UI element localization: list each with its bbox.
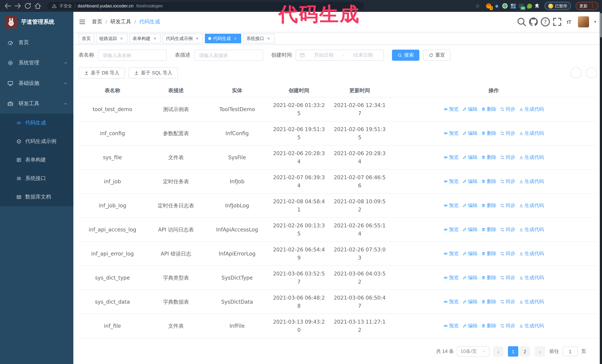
create-time-range-picker[interactable]: 开始日期 - 结束日期 [296, 50, 384, 61]
sync-link[interactable]: 同步 [500, 201, 515, 209]
scrollbar-thumb[interactable] [600, 13, 602, 37]
page-button-2[interactable]: 2 [520, 346, 530, 357]
preview-link[interactable]: 预览 [443, 105, 459, 113]
sync-link[interactable]: 同步 [500, 273, 515, 282]
breadcrumb-home[interactable]: 首页 [92, 19, 102, 25]
extension-lizard-icon[interactable] [526, 3, 533, 9]
hamburger-icon[interactable] [78, 18, 86, 26]
preview-link[interactable]: 预览 [443, 201, 459, 209]
edit-link[interactable]: 编辑 [462, 298, 478, 306]
sidebar-item-系统接口[interactable]: 系统接口 [0, 169, 73, 188]
sync-link[interactable]: 同步 [500, 153, 515, 161]
app-logo[interactable]: 芋道管理系统 [0, 12, 73, 32]
extension-grid-icon[interactable] [510, 3, 516, 9]
update-badge[interactable]: 更新 ⋮ [576, 2, 598, 10]
edit-link[interactable]: 编辑 [462, 201, 478, 209]
preview-link[interactable]: 预览 [443, 250, 459, 258]
preview-link[interactable]: 预览 [443, 298, 459, 306]
edit-link[interactable]: 编辑 [462, 273, 478, 282]
delete-link[interactable]: 删除 [481, 322, 496, 330]
table-name-input[interactable] [98, 50, 167, 61]
goto-page-input[interactable] [563, 347, 578, 356]
edit-link[interactable]: 编辑 [462, 250, 478, 258]
generate-code-link[interactable]: 生成代码 [519, 225, 544, 233]
delete-link[interactable]: 删除 [481, 273, 496, 282]
prev-page-button[interactable]: ‹ [493, 346, 504, 357]
import-sql-button[interactable]: 基于 SQL 导入 [129, 67, 178, 79]
tab-close-icon[interactable]: × [266, 36, 271, 41]
delete-link[interactable]: 删除 [481, 153, 496, 161]
user-avatar[interactable] [578, 16, 589, 27]
edit-link[interactable]: 编辑 [462, 129, 478, 137]
edit-link[interactable]: 编辑 [462, 225, 478, 233]
help-icon[interactable]: ? [540, 17, 550, 27]
generate-code-link[interactable]: 生成代码 [519, 153, 544, 161]
preview-link[interactable]: 预览 [443, 129, 459, 137]
search-button[interactable]: 搜索 [392, 50, 419, 61]
reload-icon[interactable] [24, 2, 32, 10]
preview-link[interactable]: 预览 [443, 322, 459, 330]
bookmark-star-icon[interactable]: ☆ [474, 3, 481, 9]
delete-link[interactable]: 删除 [481, 201, 496, 209]
tab-close-icon[interactable]: × [233, 36, 238, 41]
breadcrumb-dev-tools[interactable]: 研发工具 [110, 19, 131, 25]
next-page-button[interactable]: › [535, 346, 545, 357]
sync-link[interactable]: 同步 [500, 250, 515, 258]
sync-link[interactable]: 同步 [500, 105, 515, 113]
sync-link[interactable]: 同步 [500, 225, 515, 233]
generate-code-link[interactable]: 生成代码 [519, 177, 544, 185]
generate-code-link[interactable]: 生成代码 [519, 273, 544, 282]
generate-code-link[interactable]: 生成代码 [519, 250, 544, 258]
generate-code-link[interactable]: 生成代码 [519, 129, 544, 137]
sync-link[interactable]: 同步 [500, 177, 515, 185]
extensions-puzzle-icon[interactable] [534, 3, 540, 9]
tab-3[interactable]: 表单构建× [129, 34, 161, 43]
generate-code-link[interactable]: 生成代码 [519, 298, 544, 306]
extension-gem-icon[interactable]: ◆ [494, 3, 500, 9]
sidebar-item-代码生成示例[interactable]: 代码生成示例 [0, 132, 73, 151]
fullscreen-icon[interactable] [552, 17, 562, 27]
tab-close-icon[interactable]: × [119, 36, 124, 41]
back-icon[interactable] [4, 2, 12, 10]
extension-dark-icon[interactable]: on [518, 3, 525, 9]
generate-code-link[interactable]: 生成代码 [519, 105, 544, 113]
header-search-icon[interactable] [516, 17, 527, 27]
tab-2[interactable]: 链路追踪× [96, 34, 128, 43]
generate-code-link[interactable]: 生成代码 [519, 201, 544, 209]
sidebar-item-首页[interactable]: 首页 [0, 32, 73, 52]
caret-down-icon[interactable]: ▼ [593, 20, 597, 24]
delete-link[interactable]: 删除 [481, 177, 496, 185]
edit-link[interactable]: 编辑 [462, 177, 478, 185]
home-icon[interactable] [34, 2, 42, 10]
sidebar-item-表单构建[interactable]: 表单构建 [0, 151, 73, 169]
delete-link[interactable]: 删除 [481, 250, 496, 258]
sync-link[interactable]: 同步 [500, 322, 515, 330]
delete-link[interactable]: 删除 [481, 225, 496, 233]
tab-close-icon[interactable]: × [194, 36, 200, 41]
delete-link[interactable]: 删除 [481, 298, 496, 306]
import-db-button[interactable]: 基于 DB 导入 [78, 67, 125, 79]
sidebar-item-系统管理[interactable]: 系统管理 [0, 52, 73, 73]
sidebar-item-代码生成[interactable]: 代码生成 [0, 114, 73, 132]
preview-link[interactable]: 预览 [443, 177, 459, 185]
delete-link[interactable]: 删除 [481, 105, 496, 113]
edit-link[interactable]: 编辑 [462, 153, 478, 161]
forward-icon[interactable] [14, 2, 22, 10]
preview-link[interactable]: 预览 [443, 153, 459, 161]
preview-link[interactable]: 预览 [443, 273, 459, 282]
refresh-table-button[interactable] [586, 67, 597, 79]
page-size-select[interactable]: 10条/页 [457, 346, 489, 357]
reset-button[interactable]: 重置 [423, 50, 451, 61]
github-icon[interactable] [528, 17, 539, 27]
sidebar-item-基础设施[interactable]: 基础设施 [0, 73, 73, 93]
font-size-icon[interactable]: tT [564, 17, 574, 27]
sidebar-item-研发工具[interactable]: 研发工具 [0, 93, 73, 114]
edit-link[interactable]: 编辑 [462, 105, 478, 113]
kebab-menu-icon[interactable]: ⋮ [590, 3, 595, 9]
table-desc-input[interactable] [194, 50, 263, 61]
tab-6[interactable]: 系统接口× [243, 34, 275, 43]
generate-code-link[interactable]: 生成代码 [519, 322, 544, 330]
tab-1[interactable]: 首页 [78, 34, 94, 43]
tab-4[interactable]: 代码生成示例× [163, 34, 203, 43]
search-toggle-button[interactable] [570, 67, 582, 79]
